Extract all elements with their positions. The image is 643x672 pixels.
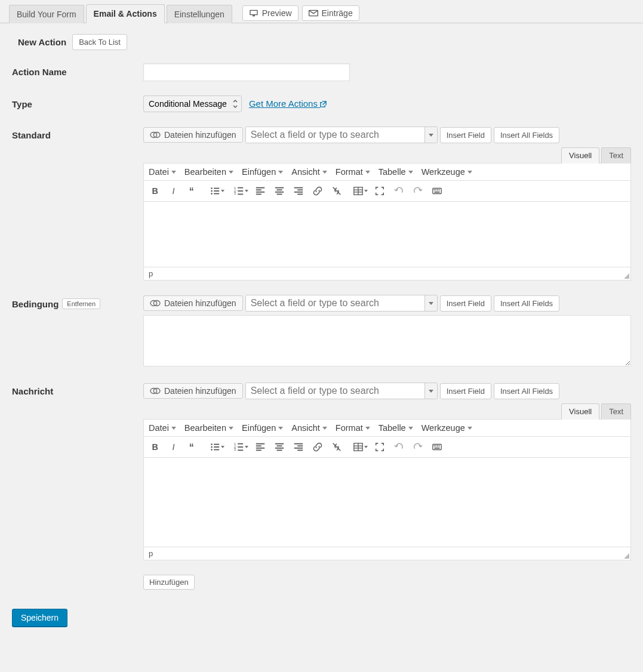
hinzufuegen-button[interactable]: Hinzufügen bbox=[143, 575, 195, 590]
insert-field-button-nachricht[interactable]: Insert Field bbox=[440, 383, 491, 399]
blockquote-icon[interactable]: “ bbox=[187, 440, 200, 454]
numbered-list-icon[interactable]: 123 bbox=[230, 440, 248, 454]
type-select[interactable]: Conditional Message bbox=[143, 95, 242, 112]
chevron-down-icon bbox=[322, 171, 327, 174]
italic-icon[interactable]: I bbox=[168, 440, 181, 454]
fullscreen-icon[interactable] bbox=[373, 440, 386, 454]
link-icon[interactable] bbox=[311, 184, 324, 198]
table-icon[interactable] bbox=[349, 184, 367, 198]
resize-handle-icon[interactable] bbox=[623, 273, 629, 279]
field-search-input[interactable] bbox=[246, 295, 424, 311]
insert-all-fields-button-nachricht[interactable]: Insert All Fields bbox=[494, 383, 559, 399]
align-center-icon[interactable] bbox=[273, 184, 286, 198]
entfernen-button[interactable]: Entfernen bbox=[62, 298, 100, 309]
menu-datei[interactable]: Datei bbox=[149, 167, 176, 180]
bullet-list-icon[interactable] bbox=[206, 440, 224, 454]
chevron-down-icon bbox=[429, 390, 433, 393]
link-icon[interactable] bbox=[311, 440, 324, 454]
fullscreen-icon[interactable] bbox=[373, 184, 386, 198]
tab-email-actions[interactable]: Email & Actions bbox=[86, 4, 165, 23]
menu-datei[interactable]: Datei bbox=[149, 423, 176, 436]
menu-bearbeiten[interactable]: Bearbeiten bbox=[184, 423, 233, 436]
field-search-standard[interactable] bbox=[245, 127, 438, 143]
insert-all-fields-button-standard[interactable]: Insert All Fields bbox=[494, 127, 559, 143]
svg-rect-66 bbox=[275, 443, 284, 445]
menu-ansicht[interactable]: Ansicht bbox=[291, 423, 327, 436]
menu-ansicht[interactable]: Ansicht bbox=[291, 167, 327, 180]
unlink-icon[interactable] bbox=[330, 440, 343, 454]
field-search-bedingung[interactable] bbox=[245, 295, 438, 312]
align-right-icon[interactable] bbox=[292, 184, 305, 198]
svg-rect-73 bbox=[297, 450, 303, 451]
blockquote-icon[interactable]: “ bbox=[187, 184, 200, 198]
field-search-dropdown[interactable] bbox=[424, 295, 437, 311]
resize-handle-icon[interactable] bbox=[623, 553, 629, 559]
tab-build-form[interactable]: Build Your Form bbox=[9, 5, 84, 23]
envelope-icon bbox=[309, 9, 318, 17]
field-search-dropdown[interactable] bbox=[424, 127, 437, 143]
editor-tab-text-nachricht[interactable]: Text bbox=[601, 403, 631, 420]
insert-field-button-bedingung[interactable]: Insert Field bbox=[440, 295, 491, 312]
field-search-input[interactable] bbox=[246, 383, 424, 399]
editor-tab-visual-nachricht[interactable]: Visuell bbox=[561, 403, 599, 420]
svg-rect-65 bbox=[256, 450, 261, 451]
bullet-list-icon[interactable] bbox=[206, 184, 224, 198]
get-more-actions-link[interactable]: Get More Actions bbox=[249, 98, 327, 109]
entries-button[interactable]: Einträge bbox=[302, 5, 359, 21]
field-search-dropdown[interactable] bbox=[424, 383, 437, 399]
menu-werkzeuge[interactable]: Werkzeuge bbox=[422, 423, 472, 436]
add-media-button-bedingung[interactable]: Dateien hinzufügen bbox=[143, 295, 243, 311]
subheader: New Action Back To List bbox=[0, 23, 643, 56]
menu-einfuegen[interactable]: Einfügen bbox=[242, 167, 283, 180]
insert-field-button-standard[interactable]: Insert Field bbox=[440, 127, 491, 143]
tab-settings[interactable]: Einstellungen bbox=[167, 5, 232, 23]
keyboard-icon[interactable] bbox=[430, 440, 444, 454]
align-left-icon[interactable] bbox=[254, 440, 267, 454]
save-button[interactable]: Speichern bbox=[12, 609, 67, 627]
table-icon[interactable] bbox=[349, 440, 367, 454]
undo-icon[interactable] bbox=[392, 440, 405, 454]
top-tab-bar: Build Your Form Email & Actions Einstell… bbox=[0, 0, 643, 23]
editor-body-nachricht[interactable] bbox=[143, 458, 631, 547]
menu-tabelle[interactable]: Tabelle bbox=[379, 423, 413, 436]
page-title: New Action bbox=[18, 37, 66, 47]
svg-rect-21 bbox=[256, 187, 264, 189]
chevron-down-icon bbox=[365, 427, 370, 430]
editor-body-standard[interactable] bbox=[143, 202, 631, 267]
bold-icon[interactable]: B bbox=[149, 184, 162, 198]
menu-format[interactable]: Format bbox=[336, 423, 370, 436]
align-right-icon[interactable] bbox=[292, 440, 305, 454]
add-media-button-nachricht[interactable]: Dateien hinzufügen bbox=[143, 383, 243, 399]
menu-tabelle[interactable]: Tabelle bbox=[379, 167, 413, 180]
keyboard-icon[interactable] bbox=[430, 184, 444, 198]
action-name-input[interactable] bbox=[143, 63, 350, 81]
field-search-nachricht[interactable] bbox=[245, 383, 438, 399]
editor-tab-visual-standard[interactable]: Visuell bbox=[561, 147, 599, 164]
numbered-list-icon[interactable]: 123 bbox=[230, 184, 248, 198]
unlink-icon[interactable] bbox=[330, 184, 343, 198]
menu-werkzeuge[interactable]: Werkzeuge bbox=[422, 167, 472, 180]
italic-icon[interactable]: I bbox=[168, 184, 181, 198]
editor-tab-text-standard[interactable]: Text bbox=[601, 147, 631, 164]
preview-button[interactable]: Preview bbox=[242, 5, 299, 21]
menu-format[interactable]: Format bbox=[336, 167, 370, 180]
bedingung-textarea[interactable] bbox=[143, 315, 631, 366]
undo-icon[interactable] bbox=[392, 184, 405, 198]
insert-all-fields-button-bedingung[interactable]: Insert All Fields bbox=[494, 295, 559, 312]
align-center-icon[interactable] bbox=[273, 440, 286, 454]
menu-einfuegen[interactable]: Einfügen bbox=[242, 423, 283, 436]
svg-rect-68 bbox=[275, 448, 284, 449]
redo-icon[interactable] bbox=[411, 440, 424, 454]
redo-icon[interactable] bbox=[411, 184, 424, 198]
svg-text:“: “ bbox=[189, 442, 194, 452]
add-media-button-standard[interactable]: Dateien hinzufügen bbox=[143, 127, 243, 143]
chevron-down-icon bbox=[229, 171, 233, 174]
align-left-icon[interactable] bbox=[254, 184, 267, 198]
field-search-input[interactable] bbox=[246, 127, 424, 143]
menu-bearbeiten[interactable]: Bearbeiten bbox=[184, 167, 233, 180]
add-media-label: Dateien hinzufügen bbox=[164, 298, 236, 308]
svg-rect-72 bbox=[294, 448, 303, 449]
svg-text:3: 3 bbox=[234, 192, 236, 195]
back-to-list-button[interactable]: Back To List bbox=[72, 34, 127, 50]
bold-icon[interactable]: B bbox=[149, 440, 162, 454]
